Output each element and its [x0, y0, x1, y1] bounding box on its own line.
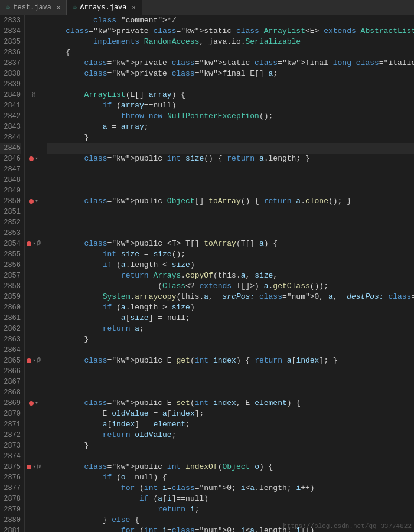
tab-arrays[interactable]: ☕ Arrays.java ✕ — [67, 0, 142, 15]
code-line: implements RandomAccess, java.io.Seriali… — [47, 37, 414, 47]
line-number: 2853 — [0, 228, 21, 239]
code-line — [47, 79, 414, 90]
code-line: class="kw">public int size() { return a.… — [47, 154, 414, 164]
line-number: 2838 — [0, 68, 21, 79]
breakpoint-dot — [29, 401, 34, 406]
gutter-row — [25, 515, 43, 526]
code-line: class="kw">public int indexOf(Object o) … — [47, 462, 414, 472]
tab-bar: ☕ test.java ✕ ☕ Arrays.java ✕ — [0, 0, 414, 15]
line-number: 2869 — [0, 398, 21, 409]
gutter-row — [25, 387, 43, 398]
gutter-row: ▾@ — [25, 239, 43, 249]
tab-test[interactable]: ☕ test.java ✕ — [0, 0, 67, 15]
watermark: https://blog.csdn.net/qq_33774822 — [283, 523, 412, 530]
line-number: 2865 — [0, 355, 21, 366]
line-number: 2859 — [0, 292, 21, 302]
gutter-row — [25, 217, 43, 228]
expand-icon[interactable]: ▾ — [32, 462, 35, 472]
breakpoint-dot — [29, 156, 34, 161]
gutter-row — [25, 132, 43, 143]
line-number: 2852 — [0, 217, 21, 228]
line-number: 2849 — [0, 185, 21, 196]
code-line: class="kw">private class="kw">static cla… — [47, 58, 414, 68]
line-number: 2843 — [0, 122, 21, 132]
line-number: 2881 — [0, 526, 21, 532]
line-number: 2847 — [0, 164, 21, 175]
gutter-row — [25, 409, 43, 419]
line-number: 2834 — [0, 26, 21, 37]
gutter-row — [25, 249, 43, 260]
code-line: a[size] = null; — [47, 313, 414, 324]
code-area: 2833283428352836283728382839284028412842… — [0, 15, 414, 532]
line-number: 2874 — [0, 451, 21, 462]
code-line: } — [47, 440, 414, 451]
line-number: 2842 — [0, 111, 21, 122]
line-number: 2860 — [0, 302, 21, 313]
gutter-row — [25, 302, 43, 313]
code-line — [47, 228, 414, 239]
code-line: a[index] = element; — [47, 419, 414, 430]
code-line: class="kw">public Object[] toArray() { r… — [47, 196, 414, 207]
code-line: class="comment">*/ — [47, 15, 414, 26]
code-line — [47, 207, 414, 217]
line-number: 2863 — [0, 334, 21, 345]
gutter-row — [25, 324, 43, 334]
line-number: 2858 — [0, 281, 21, 292]
expand-icon[interactable]: ▾ — [35, 196, 38, 207]
annotation-marker: @ — [37, 239, 41, 249]
code-line: { — [47, 47, 414, 58]
gutter-row: ▾ — [25, 398, 43, 409]
line-number: 2877 — [0, 483, 21, 494]
code-line: throw new NullPointerException(); — [47, 111, 414, 122]
code-line: ArrayList(E[] array) { — [47, 90, 414, 100]
line-number: 2873 — [0, 440, 21, 451]
code-line: return i; — [47, 504, 414, 515]
code-line — [47, 366, 414, 377]
line-number: 2878 — [0, 494, 21, 504]
expand-icon[interactable]: ▾ — [35, 154, 38, 164]
code-line: System.arraycopy(this.a, srcPos: class="… — [47, 292, 414, 302]
line-number: 2875 — [0, 462, 21, 472]
arrays-tab-close[interactable]: ✕ — [132, 4, 136, 11]
line-number: 2872 — [0, 430, 21, 440]
expand-icon[interactable]: ▾ — [32, 239, 35, 249]
gutter-row — [25, 260, 43, 270]
code-line: return Arrays.copyOf(this.a, size, — [47, 270, 414, 281]
gutter-row — [25, 100, 43, 111]
expand-icon[interactable]: ▾ — [32, 355, 35, 366]
gutter: @▾▾▾@▾@▾▾@▾@ — [25, 15, 43, 532]
line-number: 2854 — [0, 239, 21, 249]
expand-icon[interactable]: ▾ — [35, 398, 38, 409]
test-tab-close[interactable]: ✕ — [57, 4, 60, 11]
gutter-row — [25, 111, 43, 122]
gutter-row — [25, 68, 43, 79]
line-number: 2848 — [0, 175, 21, 185]
code-line — [47, 164, 414, 175]
gutter-row — [25, 451, 43, 462]
line-number: 2837 — [0, 58, 21, 68]
code-line — [47, 143, 414, 154]
line-number: 2861 — [0, 313, 21, 324]
code-line: E oldValue = a[index]; — [47, 409, 414, 419]
line-number: 2836 — [0, 47, 21, 58]
gutter-row — [25, 143, 43, 154]
code-line: int size = size(); — [47, 249, 414, 260]
annotation-marker: @ — [32, 90, 35, 100]
code-line — [47, 217, 414, 228]
gutter-row: ▾ — [25, 154, 43, 164]
line-number: 2866 — [0, 366, 21, 377]
gutter-row — [25, 270, 43, 281]
annotation-marker: @ — [37, 355, 41, 366]
gutter-row — [25, 228, 43, 239]
code-content: class="comment">*/ class="kw">private cl… — [43, 15, 414, 532]
line-number: 2868 — [0, 387, 21, 398]
code-line — [47, 387, 414, 398]
code-line: if (array==null) — [47, 100, 414, 111]
gutter-row — [25, 494, 43, 504]
gutter-row — [25, 430, 43, 440]
code-line — [47, 377, 414, 387]
line-number: 2867 — [0, 377, 21, 387]
gutter-row — [25, 58, 43, 68]
gutter-row — [25, 185, 43, 196]
breakpoint-dot — [27, 358, 31, 363]
